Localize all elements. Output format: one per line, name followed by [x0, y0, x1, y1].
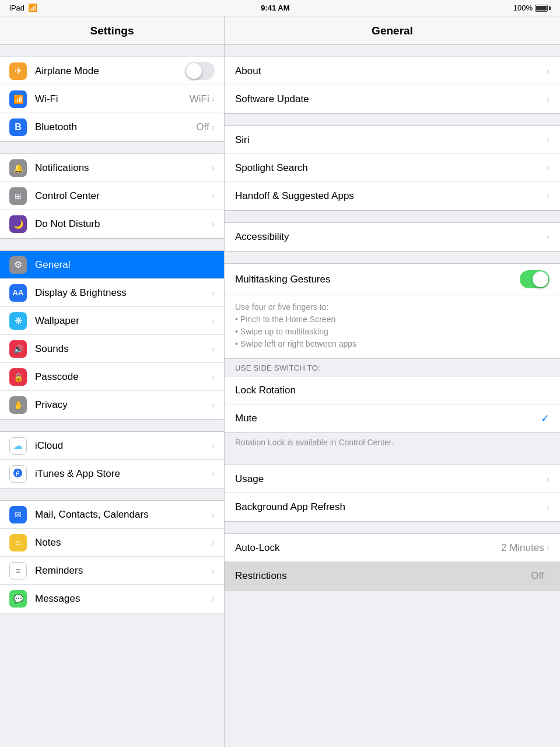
passcode-chevron: › — [212, 372, 215, 382]
privacy-chevron: › — [212, 400, 215, 410]
bluetooth-chevron: › — [212, 122, 215, 132]
about-label: About — [235, 65, 547, 77]
main-layout: Settings ✈ Airplane Mode 📶 Wi-Fi WiFi › — [0, 16, 560, 747]
sidebar-item-airplane[interactable]: ✈ Airplane Mode — [0, 57, 224, 85]
sidebar-item-controlcenter[interactable]: ⊞ Control Center › — [0, 182, 224, 210]
usage-chevron: › — [547, 474, 550, 484]
sidebar-item-privacy[interactable]: ✋ Privacy › — [0, 391, 224, 419]
wallpaper-chevron: › — [212, 316, 215, 326]
right-row-autolock[interactable]: Auto-Lock 2 Minutes › — [225, 534, 560, 562]
sidebar-item-notes[interactable]: ≡ Notes › — [0, 529, 224, 557]
controlcenter-label: Control Center — [35, 190, 212, 202]
sidebar-item-passcode[interactable]: 🔒 Passcode › — [0, 363, 224, 391]
sidebar-item-mail[interactable]: ✉ Mail, Contacts, Calendars › — [0, 501, 224, 529]
general-icon: ⚙ — [9, 256, 27, 274]
status-time: 9:41 AM — [261, 4, 289, 12]
mail-icon: ✉ — [9, 506, 27, 523]
autolock-value: 2 Minutes — [501, 542, 544, 554]
right-title: General — [234, 25, 551, 37]
right-row-lockrotation[interactable]: Lock Rotation — [225, 376, 560, 404]
controlcenter-icon: ⊞ — [9, 187, 27, 205]
messages-icon: 💬 — [9, 590, 27, 608]
sidebar-item-bluetooth[interactable]: B Bluetooth Off › — [0, 113, 224, 141]
dnd-icon: 🌙 — [9, 215, 27, 233]
notes-icon: ≡ — [9, 534, 27, 551]
sidebar-group-network: ✈ Airplane Mode 📶 Wi-Fi WiFi › B Bluetoo… — [0, 57, 224, 142]
reminders-label: Reminders — [35, 565, 212, 577]
notifications-chevron: › — [212, 163, 215, 173]
right-row-backgroundrefresh[interactable]: Background App Refresh › — [225, 493, 560, 521]
multitasking-row: Multitasking Gestures — [225, 264, 560, 295]
messages-label: Messages — [35, 593, 212, 605]
sidebar-item-wallpaper[interactable]: ❋ Wallpaper › — [0, 307, 224, 335]
right-group-accessibility: Accessibility › — [225, 222, 560, 252]
wifi-value: WiFi — [190, 93, 209, 105]
restrictions-chevron: › — [547, 571, 550, 581]
bluetooth-label: Bluetooth — [35, 121, 196, 133]
sidebar-item-reminders[interactable]: ≡ Reminders › — [0, 557, 224, 585]
right-row-accessibility[interactable]: Accessibility › — [225, 223, 560, 251]
sidebar-item-display[interactable]: AA Display & Brightness › — [0, 279, 224, 307]
right-group-usage: Usage › Background App Refresh › — [225, 465, 560, 522]
wifi-label: Wi-Fi — [35, 93, 190, 105]
itunes-chevron: › — [212, 469, 215, 479]
sidebar-item-messages[interactable]: 💬 Messages › — [0, 585, 224, 613]
right-row-mute[interactable]: Mute ✓ — [225, 404, 560, 432]
side-switch-header: USE SIDE SWITCH TO: — [225, 359, 560, 376]
airplane-icon: ✈ — [9, 62, 27, 80]
handoff-label: Handoff & Suggested Apps — [235, 190, 547, 202]
display-chevron: › — [212, 288, 215, 298]
right-row-restrictions[interactable]: Restrictions Off › — [225, 562, 560, 590]
handoff-chevron: › — [547, 191, 550, 201]
side-switch-note: Rotation Lock is available in Control Ce… — [225, 433, 560, 453]
right-row-siri[interactable]: Siri › — [225, 126, 560, 154]
notifications-label: Notifications — [35, 162, 212, 174]
mail-chevron: › — [212, 509, 215, 520]
passcode-label: Passcode — [35, 371, 212, 383]
icloud-label: iCloud — [35, 440, 212, 452]
multitasking-section: Multitasking Gestures Use four or five f… — [225, 263, 560, 359]
right-panel: General About › Software Update › Siri ›… — [225, 16, 560, 747]
multitasking-toggle[interactable] — [520, 270, 550, 288]
right-group-search: Siri › Spotlight Search › Handoff & Sugg… — [225, 125, 560, 211]
right-row-usage[interactable]: Usage › — [225, 465, 560, 493]
sidebar-item-icloud[interactable]: ☁ iCloud › — [0, 432, 224, 460]
sidebar-item-notifications[interactable]: 🔔 Notifications › — [0, 154, 224, 182]
sounds-chevron: › — [212, 344, 215, 354]
ipad-label: iPad — [9, 4, 24, 12]
sidebar-group-system: 🔔 Notifications › ⊞ Control Center › 🌙 D… — [0, 153, 224, 239]
passcode-icon: 🔒 — [9, 368, 27, 386]
sidebar-item-dnd[interactable]: 🌙 Do Not Disturb › — [0, 210, 224, 238]
privacy-icon: ✋ — [9, 396, 27, 414]
sidebar: Settings ✈ Airplane Mode 📶 Wi-Fi WiFi › — [0, 16, 225, 747]
siri-chevron: › — [547, 135, 550, 145]
sounds-icon: 🔊 — [9, 340, 27, 358]
right-row-about[interactable]: About › — [225, 57, 560, 85]
sidebar-item-sounds[interactable]: 🔊 Sounds › — [0, 335, 224, 363]
sidebar-item-itunes[interactable]: 🅐 iTunes & App Store › — [0, 460, 224, 488]
reminders-icon: ≡ — [9, 562, 27, 580]
about-chevron: › — [547, 66, 550, 76]
controlcenter-chevron: › — [212, 191, 215, 201]
side-switch-section: USE SIDE SWITCH TO: Lock Rotation Mute ✓… — [225, 359, 560, 453]
wifi-chevron: › — [212, 94, 215, 104]
right-row-handoff[interactable]: Handoff & Suggested Apps › — [225, 182, 560, 210]
sidebar-item-wifi[interactable]: 📶 Wi-Fi WiFi › — [0, 85, 224, 113]
right-row-spotlight[interactable]: Spotlight Search › — [225, 154, 560, 182]
status-left: iPad 📶 — [9, 4, 37, 12]
airplane-toggle[interactable] — [185, 62, 215, 80]
right-row-softwareupdate[interactable]: Software Update › — [225, 85, 560, 113]
wallpaper-label: Wallpaper — [35, 315, 212, 327]
bluetooth-value: Off — [196, 121, 209, 133]
wallpaper-icon: ❋ — [9, 312, 27, 330]
dnd-label: Do Not Disturb — [35, 218, 212, 230]
status-right: 100% — [513, 4, 551, 12]
icloud-icon: ☁ — [9, 437, 27, 455]
right-header: General — [225, 16, 560, 45]
autolock-chevron: › — [547, 543, 550, 553]
softwareupdate-label: Software Update — [235, 93, 547, 105]
sidebar-item-general[interactable]: ⚙ General — [0, 251, 224, 279]
bluetooth-icon: B — [9, 118, 27, 136]
wifi-icon: 📶 — [9, 90, 27, 108]
right-group-info: About › Software Update › — [225, 57, 560, 114]
